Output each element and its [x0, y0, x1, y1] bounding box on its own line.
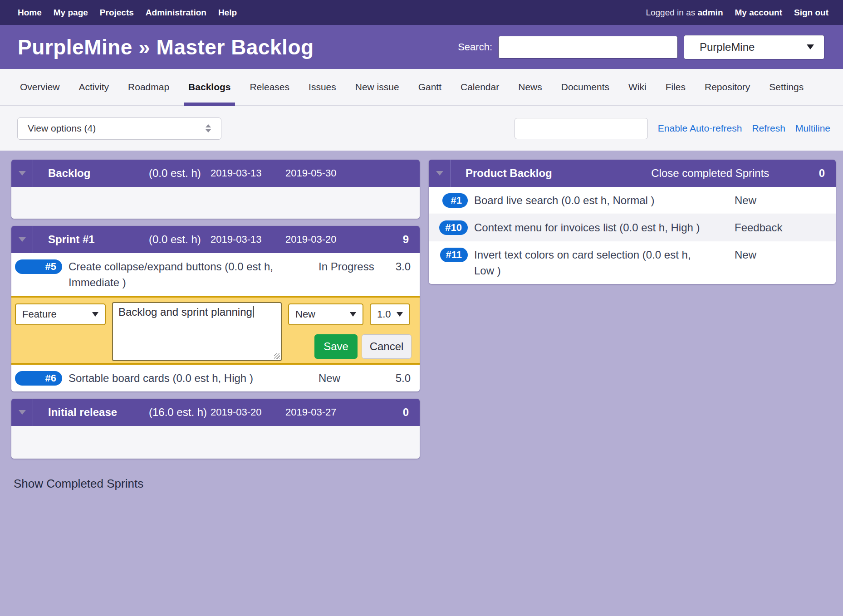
tab-releases[interactable]: Releases — [250, 69, 289, 105]
issue-id-link[interactable]: #1 — [442, 193, 468, 208]
sign-out-link[interactable]: Sign out — [794, 8, 828, 18]
backlog-toolbar: View options (4) Enable Auto-refresh Ref… — [0, 106, 843, 151]
collapse-toggle-icon[interactable] — [11, 160, 33, 187]
section-title: Product Backlog — [466, 167, 602, 180]
refresh-link[interactable]: Refresh — [752, 123, 785, 134]
issue-badge-zone: #5 — [15, 259, 62, 274]
project-jump-select[interactable]: PurpleMine — [684, 35, 824, 59]
tracker-value: Feature — [22, 308, 57, 320]
view-options-select[interactable]: View options (4) — [17, 117, 221, 140]
top-menu-my-page[interactable]: My page — [54, 8, 88, 18]
section-backlog-header: Backlog (0.0 est. h) 2019-03-13 2019-05-… — [11, 160, 420, 187]
issue-id-link[interactable]: #10 — [439, 220, 468, 235]
page-title: PurpleMine » Master Backlog — [18, 35, 314, 59]
cancel-button[interactable]: Cancel — [362, 334, 412, 359]
new-story-form: Feature Backlog and sprint planning New … — [11, 296, 420, 365]
collapse-toggle-icon[interactable] — [429, 160, 450, 187]
issue-badge-zone: #6 — [15, 370, 62, 386]
subject-textarea[interactable]: Backlog and sprint planning — [112, 302, 282, 361]
top-menu-home[interactable]: Home — [18, 8, 42, 18]
logged-in-prefix: Logged in as — [646, 8, 695, 17]
header-divider — [33, 226, 33, 253]
sprints-column: Backlog (0.0 est. h) 2019-03-13 2019-05-… — [11, 160, 420, 491]
story-points-total: 0 — [819, 167, 825, 180]
toolbar-right: Enable Auto-refresh Refresh Multiline — [515, 118, 830, 139]
tab-documents[interactable]: Documents — [561, 69, 609, 105]
story-points-total: 0 — [403, 406, 409, 419]
app-header: PurpleMine » Master Backlog Search: Purp… — [0, 25, 843, 69]
collapse-toggle-icon[interactable] — [11, 226, 33, 253]
section-title: Initial release — [48, 406, 149, 419]
issue-badge-zone: #1 — [432, 192, 468, 208]
status-select[interactable]: New — [288, 303, 363, 325]
tab-wiki[interactable]: Wiki — [628, 69, 647, 105]
issue-title: Sortable board cards (0.0 est h, High ) — [69, 370, 319, 386]
issue-title: Context menu for invoices list (0.0 est … — [474, 220, 735, 235]
header-divider — [33, 399, 33, 426]
view-options-label: View options (4) — [28, 123, 96, 134]
section-title: Sprint #1 — [48, 233, 149, 246]
section-start-date[interactable]: 2019-03-13 — [211, 234, 285, 245]
issue-status: New — [735, 192, 832, 208]
issue-story-points[interactable]: 3.0 — [380, 259, 411, 274]
empty-drop-zone[interactable] — [11, 187, 420, 219]
enable-auto-refresh-link[interactable]: Enable Auto-refresh — [658, 123, 742, 134]
section-start-date[interactable]: 2019-03-13 — [211, 167, 285, 179]
select-arrows-icon — [206, 124, 211, 132]
tab-overview[interactable]: Overview — [20, 69, 60, 105]
chevron-down-icon — [92, 312, 98, 317]
issue-status: New — [319, 370, 380, 386]
product-backlog-column: Product Backlog Close completed Sprints … — [429, 160, 836, 291]
issue-id-link[interactable]: #11 — [440, 248, 468, 262]
tracker-select[interactable]: Feature — [15, 303, 106, 325]
project-tabs: Overview Activity Roadmap Backlogs Relea… — [0, 69, 843, 106]
tab-issues[interactable]: Issues — [309, 69, 336, 105]
issue-row-5[interactable]: #5 Create collapse/expand buttons (0.0 e… — [11, 253, 420, 296]
top-menu-help[interactable]: Help — [218, 8, 237, 18]
project-jump-value: PurpleMine — [700, 41, 755, 54]
issue-row-11[interactable]: #11 Invert text colors on card selection… — [429, 241, 836, 284]
issue-title: Create collapse/expand buttons (0.0 est … — [69, 259, 319, 290]
issue-row-6[interactable]: #6 Sortable board cards (0.0 est h, High… — [11, 365, 420, 391]
tab-settings[interactable]: Settings — [769, 69, 804, 105]
tab-roadmap[interactable]: Roadmap — [128, 69, 169, 105]
tab-repository[interactable]: Repository — [705, 69, 750, 105]
issue-id-link[interactable]: #6 — [15, 371, 62, 386]
product-backlog-header: Product Backlog Close completed Sprints … — [429, 160, 836, 187]
top-menu-projects[interactable]: Projects — [100, 8, 134, 18]
collapse-toggle-icon[interactable] — [11, 399, 33, 426]
search-label: Search: — [458, 41, 492, 53]
issue-row-10[interactable]: #10 Context menu for invoices list (0.0 … — [429, 214, 836, 241]
tab-backlogs[interactable]: Backlogs — [188, 69, 230, 105]
show-completed-sprints-link[interactable]: Show Completed Sprints — [14, 477, 143, 491]
tab-new-issue[interactable]: New issue — [355, 69, 399, 105]
section-sprint-1: Sprint #1 (0.0 est. h) 2019-03-13 2019-0… — [11, 226, 420, 391]
tab-news[interactable]: News — [518, 69, 542, 105]
empty-drop-zone[interactable] — [11, 426, 420, 459]
issue-row-1[interactable]: #1 Board live search (0.0 est h, Normal … — [429, 187, 836, 214]
issue-badge-zone: #11 — [432, 247, 468, 262]
tab-gantt[interactable]: Gantt — [418, 69, 441, 105]
toolbar-filter-input[interactable] — [515, 118, 648, 139]
save-button[interactable]: Save — [314, 334, 358, 359]
tab-calendar[interactable]: Calendar — [461, 69, 499, 105]
story-points-total: 9 — [403, 233, 409, 246]
issue-title: Invert text colors on card selection (0.… — [474, 247, 735, 279]
section-initial-release: Initial release (16.0 est. h) 2019-03-20… — [11, 399, 420, 459]
issue-story-points[interactable]: 5.0 — [380, 370, 411, 386]
close-completed-sprints-link[interactable]: Close completed Sprints — [602, 167, 819, 180]
search-input[interactable] — [498, 36, 678, 59]
section-initial-release-header: Initial release (16.0 est. h) 2019-03-20… — [11, 399, 420, 426]
section-end-date[interactable]: 2019-05-30 — [285, 167, 360, 179]
my-account-link[interactable]: My account — [735, 8, 782, 18]
tab-activity[interactable]: Activity — [79, 69, 109, 105]
issue-id-link[interactable]: #5 — [15, 259, 62, 274]
section-end-date[interactable]: 2019-03-27 — [285, 406, 360, 418]
points-select[interactable]: 1.0 — [370, 303, 410, 325]
section-start-date[interactable]: 2019-03-20 — [211, 406, 285, 418]
top-menu-left: Home My page Projects Administration Hel… — [18, 8, 237, 18]
top-menu-administration[interactable]: Administration — [146, 8, 206, 18]
multiline-link[interactable]: Multiline — [795, 123, 830, 134]
tab-files[interactable]: Files — [666, 69, 686, 105]
section-end-date[interactable]: 2019-03-20 — [285, 234, 360, 245]
